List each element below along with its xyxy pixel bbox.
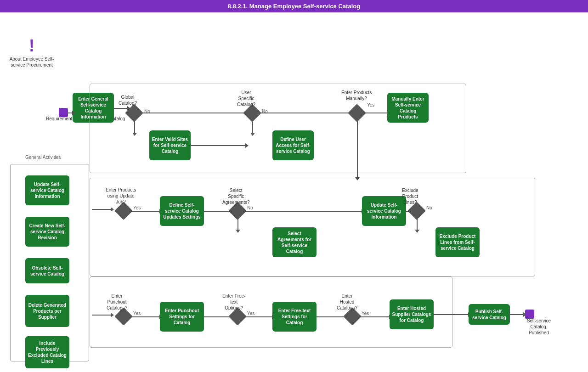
select-specific-label: SelectSpecificAgreements?	[222, 187, 249, 205]
update-job-label: Enter Productsusing UpdateJob?	[106, 187, 136, 205]
select-agreements-box[interactable]: Select Agreements for Self-service Catal…	[272, 227, 317, 257]
include-previously-box[interactable]: Include Previously Excluded Catalog Line…	[25, 336, 69, 368]
general-activities-label: General Activities	[25, 155, 61, 160]
end-label: Self-service Catalog, Published	[520, 318, 557, 336]
arrow-freetext-hosted	[317, 316, 346, 317]
arrow-publish-end	[510, 314, 524, 315]
start-arrow	[68, 113, 73, 113]
arrow-updatejob-define	[130, 211, 160, 212]
delete-generated-box[interactable]: Delete Generated Products per Supplier	[25, 295, 69, 327]
title-bar: 8.8.2.1. Manage Employee Self-service Ca…	[0, 0, 588, 12]
arrow-hosted-supplier	[359, 316, 390, 317]
enter-hosted-label: EnterHostedCatalogs?	[337, 293, 357, 311]
freetext-yes-label: Yes	[247, 311, 254, 316]
arrow-define-select	[204, 211, 231, 212]
arrow-hosted-publish	[434, 314, 469, 315]
arrow-left-punchout	[92, 315, 111, 316]
arrow-left-update-job	[92, 209, 111, 210]
section-top	[90, 84, 466, 173]
enter-punchout-settings-box[interactable]: Enter Punchout Settings for Catalog	[160, 302, 204, 332]
enter-punchout-label: EnterPunchoutCatalogs?	[107, 293, 127, 311]
enter-hosted-supplier-box[interactable]: Enter Hosted Supplier Catalogs for Catal…	[390, 299, 434, 329]
select-specific-no-label: No	[247, 205, 253, 210]
page-title: 8.8.2.1. Manage Employee Self-service Ca…	[228, 3, 360, 10]
main-area: ! About Employee Self-service Procuremen…	[0, 12, 588, 372]
arrow-freetext-settings	[244, 316, 272, 317]
about-box: ! About Employee Self-service Procuremen…	[6, 38, 57, 68]
define-self-service-updates-box[interactable]: Define Self-service Catalog Updates Sett…	[160, 196, 204, 226]
create-new-revision-box[interactable]: Create New Self-service Catalog Revision	[25, 217, 69, 247]
arrow-punchout-freetext	[204, 316, 231, 317]
punchout-yes-label: Yes	[133, 311, 141, 316]
arrow-punchout-settings	[130, 316, 160, 317]
update-job-yes-label: Yes	[133, 205, 141, 210]
about-label: About Employee Self-service Procurement	[6, 56, 57, 68]
arrow-select-yes-down	[237, 217, 238, 230]
update-self-service-info-box[interactable]: Update Self-service Catalog Information	[25, 175, 69, 205]
arrow-select-no-update	[244, 211, 362, 212]
enter-freetext-settings-box[interactable]: Enter Free-text Settings for Catalog	[272, 302, 317, 332]
obsolete-self-service-box[interactable]: Obsolete Self-service Catalog	[25, 258, 69, 283]
arrow-manually-no-down	[357, 119, 358, 178]
exclude-lines-label: ExcludeProductLines?	[402, 187, 418, 205]
exclamation-icon: !	[6, 38, 57, 54]
publish-self-service-box[interactable]: Publish Self-service Catalog	[469, 304, 510, 325]
update-catalog-info2-box[interactable]: Update Self-service Catalog Information	[362, 196, 406, 226]
exclude-product-lines-box[interactable]: Exclude Product Lines from Self-service …	[435, 227, 480, 257]
arrow-exclude-yes-down	[417, 217, 418, 230]
enter-freetext-label: Enter Free-textOptions?	[222, 293, 246, 311]
hosted-yes-label: Yes	[362, 311, 369, 316]
exclude-no-label: No	[426, 205, 432, 210]
end-node	[525, 310, 534, 319]
